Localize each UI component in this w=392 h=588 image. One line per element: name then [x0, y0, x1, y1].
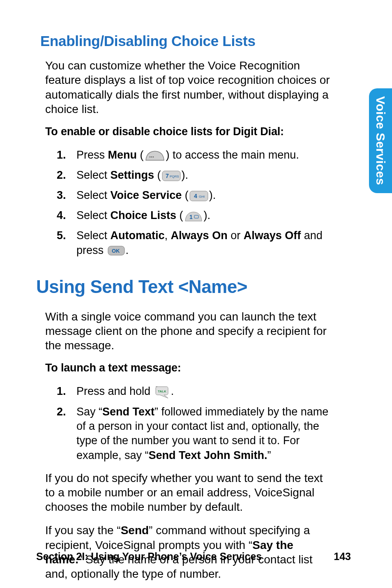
heading-choice-lists: Enabling/Disabling Choice Lists	[40, 33, 355, 49]
step-text: (	[182, 189, 189, 201]
svg-text:1: 1	[189, 214, 193, 220]
step-number: 1.	[57, 384, 66, 399]
heading-send-text: Using Send Text <Name>	[36, 277, 355, 297]
step-text: ,	[165, 229, 171, 242]
svg-text:7: 7	[166, 173, 169, 179]
step-text: ”	[267, 449, 271, 461]
step-number: 1.	[57, 148, 66, 162]
steps-list-1: 1. Press Menu ( ) to access the main men…	[57, 148, 336, 258]
svg-text:TALK: TALK	[158, 390, 166, 393]
steps-list-2: 1. Press and hold TALK . 2. Say “Send Te…	[57, 384, 336, 462]
step-text: Select	[76, 209, 111, 221]
step-number: 3.	[57, 188, 66, 203]
automatic-label: Automatic	[111, 229, 165, 242]
paragraph-default-mobile: If you do not specify whether you want t…	[45, 471, 333, 514]
choice-lists-label: Choice Lists	[111, 209, 177, 221]
lead-launch-text: To launch a text message:	[45, 362, 355, 374]
always-on-label: Always On	[171, 229, 228, 242]
step-text: or	[228, 229, 244, 242]
menu-label: Menu	[108, 149, 137, 161]
step-number: 5.	[57, 228, 66, 243]
svg-point-2	[152, 157, 154, 158]
step-number: 4.	[57, 208, 66, 223]
menu-key-icon	[144, 150, 166, 162]
settings-label: Settings	[111, 169, 154, 181]
step-5: 5. Select Automatic, Always On or Always…	[57, 228, 336, 257]
step-number: 2.	[57, 168, 66, 182]
step-text: (	[176, 209, 183, 221]
step-text: (	[137, 149, 144, 161]
step-1: 1. Press Menu ( ) to access the main men…	[57, 148, 336, 162]
step-text: .	[171, 385, 174, 397]
svg-text:PQRS: PQRS	[170, 175, 179, 178]
footer-section: Section 2I: Using Your Phone’s Voice Ser…	[36, 551, 262, 563]
step-4: 4. Select Choice Lists ( 1 ).	[57, 208, 336, 223]
lead-digit-dial: To enable or disable choice lists for Di…	[45, 125, 355, 138]
step-text: ) to access the main menu.	[166, 149, 299, 161]
step-number: 2.	[57, 405, 66, 419]
svg-point-0	[149, 157, 150, 158]
step-3: 3. Select Voice Service ( 4GHI ).	[57, 188, 336, 203]
intro-paragraph: You can customize whether the Voice Reco…	[45, 58, 333, 116]
side-tab-label: Voice Services	[374, 96, 387, 185]
step-text: Select	[76, 169, 111, 181]
side-tab: Voice Services	[369, 88, 392, 193]
send-label: Send	[121, 524, 149, 537]
svg-text:4: 4	[194, 193, 197, 199]
page: Voice Services Enabling/Disabling Choice…	[0, 0, 392, 588]
step-text: ).	[204, 209, 211, 221]
send-text-example: Send Text John Smith.	[149, 449, 267, 461]
ok-key-icon: OK	[107, 245, 125, 256]
step-text: Press and hold	[76, 385, 154, 397]
para-text: If you say the “	[45, 524, 121, 537]
key-7-icon: 7PQRS	[161, 170, 181, 182]
step-1b: 1. Press and hold TALK .	[57, 384, 336, 399]
talk-key-icon: TALK	[154, 385, 171, 399]
svg-point-1	[151, 157, 152, 158]
key-4-icon: 4GHI	[189, 190, 209, 202]
page-footer: Section 2I: Using Your Phone’s Voice Ser…	[36, 551, 351, 563]
voice-service-label: Voice Service	[111, 189, 182, 201]
step-2: 2. Select Settings ( 7PQRS ).	[57, 168, 336, 182]
svg-text:OK: OK	[112, 248, 120, 254]
step-text: Press	[76, 149, 108, 161]
step-text: .	[126, 244, 129, 256]
svg-text:GHI: GHI	[199, 195, 205, 198]
send-text-label: Send Text	[102, 406, 154, 418]
step-text: ).	[182, 169, 189, 181]
key-1-icon: 1	[184, 210, 203, 222]
footer-page-number: 143	[334, 551, 351, 563]
step-text: (	[154, 169, 161, 181]
step-2b: 2. Say “Send Text” followed immediately …	[57, 405, 336, 462]
step-text: Select	[76, 229, 111, 242]
intro-paragraph-2: With a single voice command you can laun…	[45, 309, 333, 353]
step-text: ).	[209, 189, 216, 201]
step-text: Select	[76, 189, 111, 201]
always-off-label: Always Off	[244, 229, 301, 242]
step-text: Say “	[76, 406, 102, 418]
